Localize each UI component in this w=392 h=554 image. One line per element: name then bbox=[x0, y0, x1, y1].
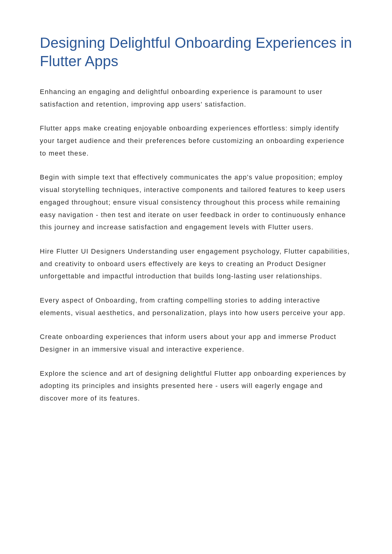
document-paragraph: Hire Flutter UI Designers Understanding … bbox=[40, 245, 352, 283]
document-paragraph: Create onboarding experiences that infor… bbox=[40, 331, 352, 356]
document-paragraph: Begin with simple text that effectively … bbox=[40, 171, 352, 233]
document-title: Designing Delightful Onboarding Experien… bbox=[40, 34, 352, 70]
document-paragraph: Flutter apps make creating enjoyable onb… bbox=[40, 122, 352, 160]
document-paragraph: Enhancing an engaging and delightful onb… bbox=[40, 86, 352, 111]
document-paragraph: Every aspect of Onboarding, from craftin… bbox=[40, 294, 352, 319]
document-paragraph: Explore the science and art of designing… bbox=[40, 367, 352, 405]
